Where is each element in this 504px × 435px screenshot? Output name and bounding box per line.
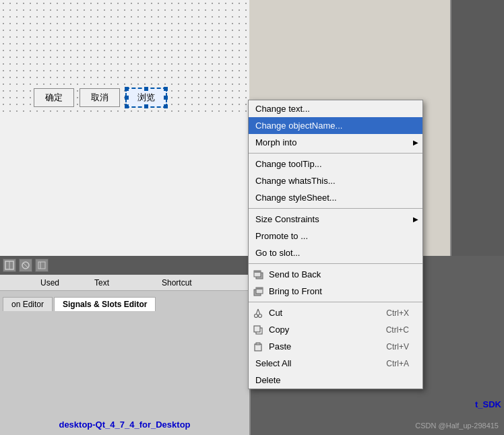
browse-button-selected[interactable]: 浏览 [125, 88, 167, 108]
svg-point-13 [259, 314, 262, 317]
context-menu: Change text... Change objectName... Morp… [248, 100, 423, 389]
watermark-text: desktop-Qt_4_7_4_for_Desktop [0, 420, 249, 430]
svg-rect-17 [254, 326, 260, 332]
svg-rect-4 [38, 262, 45, 269]
copy-icon [253, 325, 265, 335]
cancel-button[interactable]: 取消 [80, 88, 120, 107]
menu-item-size-constraints[interactable]: Size Constraints [249, 211, 422, 228]
menu-item-go-to-slot[interactable]: Go to slot... [249, 244, 422, 261]
separator-3 [249, 263, 422, 264]
svg-rect-11 [256, 288, 263, 290]
separator-2 [249, 208, 422, 209]
paste-icon [253, 341, 265, 352]
handle-tm [144, 87, 148, 91]
tab-on-editor[interactable]: on Editor [3, 297, 53, 311]
svg-rect-19 [256, 343, 260, 345]
right-panel-top [450, 0, 504, 256]
svg-line-3 [24, 263, 28, 267]
handle-ml [125, 96, 129, 100]
menu-item-delete[interactable]: Delete [249, 372, 422, 389]
col-header-shortcut: Shortcut [162, 278, 229, 288]
col-header-used: Used [40, 278, 94, 288]
menu-item-send-to-back[interactable]: Send to Back [249, 266, 422, 283]
toolbar-icon-1[interactable] [3, 259, 16, 272]
menu-item-copy[interactable]: Copy Ctrl+C [249, 321, 422, 338]
handle-tl [125, 87, 129, 91]
handle-bl [125, 104, 129, 108]
menu-item-change-text[interactable]: Change text... [249, 100, 422, 117]
separator-4 [249, 302, 422, 302]
confirm-button[interactable]: 确定 [34, 88, 74, 107]
separator-1 [249, 153, 422, 154]
menu-item-change-objectname[interactable]: Change objectName... [249, 117, 422, 134]
svg-rect-8 [254, 271, 261, 273]
menu-item-cut[interactable]: Cut Ctrl+X [249, 304, 422, 321]
toolbar-icon-2[interactable] [19, 259, 32, 272]
col-header-text: Text [94, 278, 162, 288]
menu-item-bring-to-front[interactable]: Bring to Front [249, 283, 422, 300]
send-back-icon [253, 269, 265, 280]
menu-item-paste[interactable]: Paste Ctrl+V [249, 338, 422, 355]
menu-item-morph-into[interactable]: Morph into [249, 134, 422, 151]
menu-item-change-whatsthis[interactable]: Change whatsThis... [249, 172, 422, 189]
cut-icon [253, 308, 265, 319]
canvas-buttons: 确定 取消 浏览 [34, 88, 167, 108]
bring-front-icon [253, 286, 265, 297]
handle-br [164, 104, 168, 108]
handle-tr [164, 87, 168, 91]
svg-line-14 [256, 309, 258, 314]
csdn-watermark: CSDN @Half_up-298415 [415, 422, 499, 430]
toolbar-icon-3[interactable] [35, 259, 49, 272]
menu-item-change-stylesheet[interactable]: Change styleSheet... [249, 189, 422, 206]
tab-signals-slots[interactable]: Signals & Slots Editor [54, 297, 156, 311]
handle-mr [164, 96, 168, 100]
menu-item-change-tooltip[interactable]: Change toolTip... [249, 156, 422, 172]
menu-item-promote-to[interactable]: Promote to ... [249, 228, 422, 244]
handle-bm [144, 104, 148, 108]
sdk-text: t_SDK [475, 399, 501, 409]
canvas-inner: 确定 取消 浏览 [0, 0, 249, 256]
menu-item-select-all[interactable]: Select All Ctrl+A [249, 355, 422, 372]
svg-line-15 [258, 309, 260, 314]
svg-point-12 [255, 314, 258, 317]
